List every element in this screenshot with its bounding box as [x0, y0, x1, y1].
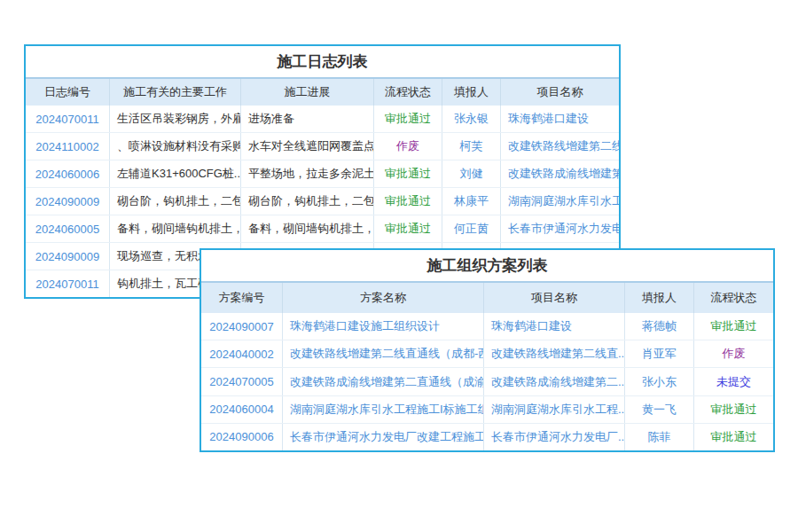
plan-project-link[interactable]: 湖南洞庭湖水库引水工程...: [484, 396, 625, 423]
log-project-link[interactable]: 珠海鹤港口建设: [501, 106, 619, 132]
log-table-row: 2024070011生活区吊装彩钢房，外雇...进场准备审批通过张永银珠海鹤港口…: [26, 106, 619, 133]
log-id-link[interactable]: 2024060005: [26, 215, 110, 242]
log-main-work-text: 生活区吊装彩钢房，外雇...: [110, 106, 241, 132]
plan-name-link[interactable]: 湖南洞庭湖水库引水工程施工I标施工组织...: [283, 396, 484, 423]
log-project-link[interactable]: 湖南洞庭湖水库引水工...: [501, 188, 619, 215]
log-column-header: 项目名称: [501, 79, 619, 106]
log-status-text: 作废: [374, 133, 442, 160]
log-project-link[interactable]: 长春市伊通河水力发电...: [501, 215, 619, 242]
log-project-link[interactable]: 改建铁路线增建第二线...: [501, 133, 619, 160]
plan-status-text: 未提交: [694, 368, 773, 395]
log-reporter-link[interactable]: 刘健: [442, 160, 501, 187]
plan-id-link[interactable]: 2024070005: [201, 368, 283, 395]
plan-status-text: 审批通过: [694, 313, 773, 340]
log-main-work-text: 、喷淋设施材料没有采购...: [110, 133, 241, 160]
log-progress-text: 备料，砌间墙钩机排土，...: [241, 215, 374, 242]
plan-table-row: 2024070005改建铁路成渝线增建第二直通线（成渝枢...改建铁路成渝线增建…: [201, 368, 773, 395]
log-progress-text: 平整场地，拉走多余泥土...: [241, 160, 374, 187]
plan-status-text: 审批通过: [694, 424, 773, 450]
plan-column-header: 填报人: [625, 283, 694, 313]
log-id-link[interactable]: 2024070011: [26, 106, 110, 132]
log-progress-text: 水车对全线遮阳网覆盖点...: [241, 133, 374, 160]
plan-status-text: 作废: [694, 340, 773, 367]
log-main-work-text: 备料，砌间墙钩机排土，...: [110, 215, 241, 242]
plan-column-header: 项目名称: [484, 283, 625, 313]
log-status-text: 审批通过: [374, 188, 442, 215]
log-column-header: 施工有关的主要工作: [110, 79, 241, 106]
plan-name-link[interactable]: 长春市伊通河水力发电厂改建工程施工组...: [283, 424, 484, 450]
log-column-header: 日志编号: [26, 79, 110, 106]
plan-id-link[interactable]: 2024090006: [201, 424, 283, 450]
plan-project-link[interactable]: 改建铁路线增建第二线直...: [484, 340, 625, 367]
plan-status-text: 审批通过: [694, 396, 773, 423]
plan-reporter-link[interactable]: 陈菲: [625, 424, 694, 450]
log-reporter-link[interactable]: 何正茵: [442, 215, 501, 242]
log-reporter-link[interactable]: 张永银: [442, 106, 501, 132]
plan-table-row: 2024090006长春市伊通河水力发电厂改建工程施工组...长春市伊通河水力发…: [201, 424, 773, 450]
log-id-link[interactable]: 2024060006: [26, 160, 110, 187]
plan-name-link[interactable]: 珠海鹤港口建设施工组织设计: [283, 313, 484, 340]
plan-column-header: 方案编号: [201, 283, 283, 313]
log-id-link[interactable]: 2024090009: [26, 243, 110, 270]
log-project-link[interactable]: 改建铁路成渝线增建第...: [501, 160, 619, 187]
plan-table-row: 2024090007珠海鹤港口建设施工组织设计珠海鹤港口建设蒋德帧审批通过: [201, 313, 773, 340]
plan-project-link[interactable]: 长春市伊通河水力发电厂...: [484, 424, 625, 450]
plan-project-link[interactable]: 改建铁路成渝线增建第二...: [484, 368, 625, 395]
log-table-row: 2024060005备料，砌间墙钩机排土，...备料，砌间墙钩机排土，...审批…: [26, 215, 619, 243]
log-table-row: 2024060006左辅道K31+600CFG桩...平整场地，拉走多余泥土..…: [26, 160, 619, 188]
log-reporter-link[interactable]: 林康平: [442, 188, 501, 215]
plan-reporter-link[interactable]: 黄一飞: [625, 396, 694, 423]
log-column-header: 填报人: [442, 79, 501, 106]
plan-column-header: 方案名称: [283, 283, 484, 313]
plan-table-row: 2024040002改建铁路线增建第二线直通线（成都-西...改建铁路线增建第二…: [201, 340, 773, 368]
plan-id-link[interactable]: 2024090007: [201, 313, 283, 340]
log-main-work-text: 左辅道K31+600CFG桩...: [110, 160, 241, 187]
plan-name-link[interactable]: 改建铁路线增建第二线直通线（成都-西...: [283, 340, 484, 367]
plan-name-link[interactable]: 改建铁路成渝线增建第二直通线（成渝枢...: [283, 368, 484, 395]
log-table-row: 2024090009砌台阶，钩机排土，二包...砌台阶，钩机排土，二包...审批…: [26, 188, 619, 215]
plan-reporter-link[interactable]: 肖亚军: [625, 340, 694, 367]
plan-reporter-link[interactable]: 蒋德帧: [625, 313, 694, 340]
plan-project-link[interactable]: 珠海鹤港口建设: [484, 313, 625, 340]
plan-table-header-row: 方案编号方案名称项目名称填报人流程状态: [201, 283, 773, 313]
log-progress-text: 进场准备: [241, 106, 374, 132]
log-status-text: 审批通过: [374, 106, 442, 132]
plan-column-header: 流程状态: [694, 283, 773, 313]
plan-id-link[interactable]: 2024060004: [201, 396, 283, 423]
plan-panel-title: 施工组织方案列表: [201, 250, 773, 283]
log-id-link[interactable]: 2024070011: [26, 270, 110, 297]
construction-plan-panel: 施工组织方案列表 方案编号方案名称项目名称填报人流程状态 2024090007珠…: [200, 248, 775, 452]
log-id-link[interactable]: 2024110002: [26, 133, 110, 160]
plan-reporter-link[interactable]: 张小东: [625, 368, 694, 395]
log-panel-title: 施工日志列表: [26, 46, 619, 79]
page-background: 施工日志列表 日志编号施工有关的主要工作施工进展流程状态填报人项目名称 2024…: [0, 0, 798, 532]
log-column-header: 流程状态: [374, 79, 442, 106]
log-status-text: 审批通过: [374, 215, 442, 242]
log-main-work-text: 砌台阶，钩机排土，二包...: [110, 188, 241, 215]
plan-table-body: 2024090007珠海鹤港口建设施工组织设计珠海鹤港口建设蒋德帧审批通过202…: [201, 313, 773, 450]
log-progress-text: 砌台阶，钩机排土，二包...: [241, 188, 374, 215]
log-table-row: 2024110002、喷淋设施材料没有采购...水车对全线遮阳网覆盖点...作废…: [26, 133, 619, 160]
log-status-text: 审批通过: [374, 160, 442, 187]
plan-id-link[interactable]: 2024040002: [201, 340, 283, 367]
plan-table-row: 2024060004湖南洞庭湖水库引水工程施工I标施工组织...湖南洞庭湖水库引…: [201, 396, 773, 424]
log-reporter-link[interactable]: 柯芙: [442, 133, 501, 160]
log-column-header: 施工进展: [241, 79, 374, 106]
log-table-header-row: 日志编号施工有关的主要工作施工进展流程状态填报人项目名称: [26, 79, 619, 106]
log-id-link[interactable]: 2024090009: [26, 188, 110, 215]
